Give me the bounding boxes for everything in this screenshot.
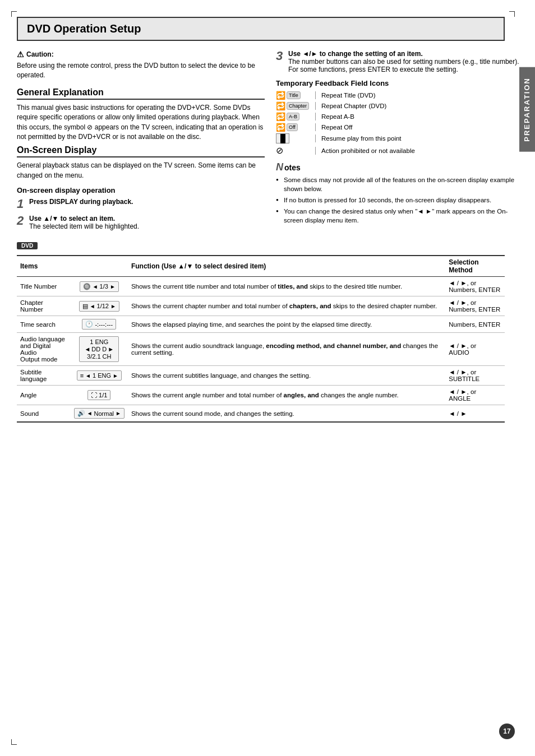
feedback-divider-5: [315, 134, 316, 142]
step-1: 1 Press DISPLAY during playback.: [17, 198, 265, 210]
icon-disc: 🔘: [83, 283, 91, 290]
widget-chapter-number: ▤ ◄ 1/12 ►: [79, 301, 119, 312]
feedback-label-1: Repeat Title (DVD): [321, 92, 376, 99]
selection-chapter-number: ◄ / ►, orNumbers, ENTER: [445, 296, 505, 316]
step-1-content: Press DISPLAY during playback.: [29, 198, 265, 210]
on-screen-display-sub-heading: On-screen display operation: [17, 186, 265, 194]
feedback-label-6: Action prohibited or not available: [321, 147, 415, 154]
corner-mark-tr: [509, 11, 515, 17]
side-tab: PREPARATION: [519, 67, 535, 152]
feedback-icon-cell-6: ⊘: [276, 145, 310, 156]
feedback-divider-2: [315, 102, 316, 110]
item-audio-language: Audio languageand Digital AudioOutput mo…: [17, 333, 71, 366]
feedback-icon-title: Title: [287, 91, 301, 99]
function-angle: Shows the current angle number and total…: [128, 386, 445, 405]
main-table: Items Function (Use ▲/▼ to select desire…: [17, 255, 505, 423]
feedback-divider-6: [315, 147, 316, 155]
page-title: DVD Operation Setup: [27, 22, 495, 35]
table-row: Time search 🕐 -:---:--- Shows the elapse…: [17, 316, 505, 333]
step-2-content: Use ▲/▼ to select an item. The selected …: [29, 215, 265, 230]
table-body: Title Number 🔘 ◄ 1/3 ► Shows the current…: [17, 277, 505, 423]
notes-n-icon: N: [276, 161, 283, 173]
table-header-row: Items Function (Use ▲/▼ to select desire…: [17, 256, 505, 277]
selection-angle: ◄ / ►, orANGLE: [445, 386, 505, 405]
icon-subtitle: ≡: [80, 372, 84, 379]
caution-block: ⚠ Caution: Before using the remote contr…: [17, 50, 265, 81]
display-sound: 🔊 ◄ Normal ►: [71, 405, 128, 423]
step-3: 3 Use ◄/► to change the setting of an it…: [276, 50, 524, 73]
right-column: 3 Use ◄/► to change the setting of an it…: [276, 50, 524, 235]
icon-angle: ⛶: [91, 392, 97, 398]
table-row: Sound 🔊 ◄ Normal ► Shows the current sou…: [17, 405, 505, 423]
table-row: Audio languageand Digital AudioOutput mo…: [17, 333, 505, 366]
caution-text: Before using the remote control, press t…: [17, 61, 265, 81]
feedback-row-5: ▐▌ Resume play from this point: [276, 133, 524, 143]
function-time-search: Shows the elapsed playing time, and sear…: [128, 316, 445, 333]
widget-title-number: 🔘 ◄ 1/3 ►: [80, 281, 119, 292]
page-container: PREPARATION DVD Operation Setup ⚠ Cautio…: [0, 0, 535, 756]
table-row: Chapter Number ▤ ◄ 1/12 ► Shows the curr…: [17, 296, 505, 316]
feedback-icon-off: Off: [287, 123, 298, 131]
selection-title-number: ◄ / ►, orNumbers, ENTER: [445, 277, 505, 296]
selection-audio-language: ◄ / ►, orAUDIO: [445, 333, 505, 366]
feedback-row-6: ⊘ Action prohibited or not available: [276, 145, 524, 156]
col-header-function: Function (Use ▲/▼ to select desired item…: [128, 256, 445, 277]
step-2-text: The selected item will be highlighted.: [29, 222, 265, 230]
general-explanation-text: This manual gives basic instructions for…: [17, 103, 265, 142]
on-screen-display-heading: On-Screen Display: [17, 145, 265, 157]
title-box: DVD Operation Setup: [17, 17, 505, 41]
feedback-icon-cell-5: ▐▌: [276, 133, 310, 143]
note-3: You can change the desired status only w…: [276, 207, 524, 225]
feedback-heading: Temporary Feedback Field Icons: [276, 79, 524, 87]
notes-title-text: otes: [284, 163, 301, 172]
function-sound: Shows the current sound mode, and change…: [128, 405, 445, 423]
display-chapter-number: ▤ ◄ 1/12 ►: [71, 296, 128, 316]
widget-sound: 🔊 ◄ Normal ►: [74, 408, 124, 419]
audio-row2: ◄ DD D ►: [84, 346, 114, 353]
table-row: Title Number 🔘 ◄ 1/3 ► Shows the current…: [17, 277, 505, 296]
feedback-label-2: Repeat Chapter (DVD): [321, 103, 386, 109]
step-3-title: Use ◄/► to change the setting of an item…: [288, 50, 524, 58]
item-subtitle-language: Subtitle language: [17, 366, 71, 386]
icon-chapter: ▤: [82, 303, 88, 310]
feedback-row-1: 🔁 Title Repeat Title (DVD): [276, 91, 524, 100]
widget-audio-language: 1 ENG ◄ DD D ► 3/2.1 CH: [79, 336, 119, 362]
table-row: Subtitle language ≡ ◄ 1 ENG ► Shows the …: [17, 366, 505, 386]
feedback-row-2: 🔁 Chapter Repeat Chapter (DVD): [276, 101, 524, 110]
on-screen-display-intro: General playback status can be displayed…: [17, 161, 265, 180]
item-title-number: Title Number: [17, 277, 71, 296]
two-col-layout: ⚠ Caution: Before using the remote contr…: [17, 50, 524, 235]
display-subtitle-language: ≡ ◄ 1 ENG ►: [71, 366, 128, 386]
step-3-content: Use ◄/► to change the setting of an item…: [288, 50, 524, 73]
feedback-icon-cell-3: 🔁 A-B: [276, 112, 310, 121]
display-title-number: 🔘 ◄ 1/3 ►: [71, 277, 128, 296]
function-chapter-number: Shows the current chapter number and tot…: [128, 296, 445, 316]
selection-sound: ◄ / ►: [445, 405, 505, 423]
widget-angle: ⛶ 1/1: [87, 390, 110, 400]
corner-mark-tl: [11, 11, 17, 17]
item-angle: Angle: [17, 386, 71, 405]
note-2: If no button is pressed for 10 seconds, …: [276, 196, 524, 205]
feedback-icon-chapter: Chapter: [287, 102, 309, 110]
left-column: ⚠ Caution: Before using the remote contr…: [17, 50, 265, 235]
step-1-title: Press DISPLAY during playback.: [29, 198, 265, 206]
feedback-row-3: 🔁 A-B Repeat A-B: [276, 112, 524, 121]
feedback-divider-4: [315, 123, 316, 131]
corner-mark-bl: [11, 739, 17, 745]
display-audio-language: 1 ENG ◄ DD D ► 3/2.1 CH: [71, 333, 128, 366]
item-chapter-number: Chapter Number: [17, 296, 71, 316]
step-2-title: Use ▲/▼ to select an item.: [29, 215, 265, 222]
feedback-label-3: Repeat A-B: [321, 113, 354, 120]
feedback-row-4: 🔁 Off Repeat Off: [276, 123, 524, 132]
caution-icon: ⚠: [17, 50, 24, 59]
notes-title: N otes: [276, 161, 524, 173]
table-row: Angle ⛶ 1/1 Shows the current angle numb…: [17, 386, 505, 405]
widget-subtitle-language: ≡ ◄ 1 ENG ►: [77, 370, 122, 381]
feedback-label-4: Repeat Off: [321, 124, 352, 131]
display-time-search: 🕐 -:---:---: [71, 316, 128, 333]
dvd-label: DVD: [17, 242, 38, 249]
selection-time-search: Numbers, ENTER: [445, 316, 505, 333]
feedback-icon-cell-4: 🔁 Off: [276, 123, 310, 132]
icon-clock: 🕐: [85, 321, 93, 328]
feedback-icon-ab: A-B: [287, 113, 299, 120]
